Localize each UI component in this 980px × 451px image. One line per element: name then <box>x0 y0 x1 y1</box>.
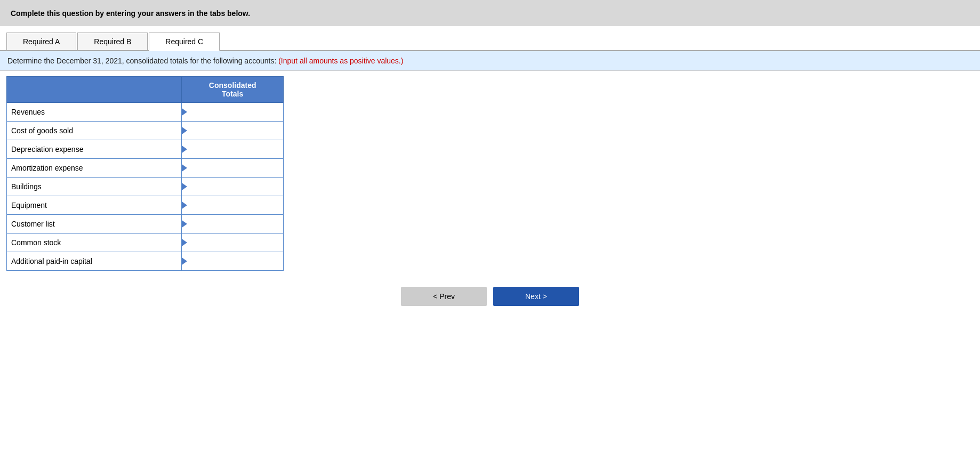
row-label: Common stock <box>7 233 182 252</box>
row-input-cell[interactable] <box>182 233 284 252</box>
consolidated-total-input[interactable] <box>182 159 283 177</box>
table-row: Common stock <box>7 233 284 252</box>
input-arrow-icon <box>182 164 187 172</box>
row-input-cell[interactable] <box>182 159 284 178</box>
row-label: Revenues <box>7 103 182 122</box>
row-label: Customer list <box>7 215 182 233</box>
consolidated-totals-table: ConsolidatedTotals RevenuesCost of goods… <box>6 76 284 271</box>
table-row: Additional paid-in capital <box>7 252 284 271</box>
table-wrapper: ConsolidatedTotals RevenuesCost of goods… <box>0 71 980 276</box>
input-arrow-icon <box>182 257 187 265</box>
row-label: Buildings <box>7 178 182 196</box>
row-label: Amortization expense <box>7 159 182 178</box>
consolidated-total-input[interactable] <box>182 178 283 196</box>
row-label: Additional paid-in capital <box>7 252 182 271</box>
table-row: Cost of goods sold <box>7 122 284 140</box>
table-row: Equipment <box>7 196 284 215</box>
row-label: Cost of goods sold <box>7 122 182 140</box>
row-input-cell[interactable] <box>182 252 284 271</box>
input-arrow-icon <box>182 183 187 190</box>
row-input-cell[interactable] <box>182 122 284 140</box>
row-input-cell[interactable] <box>182 103 284 122</box>
consolidated-total-input[interactable] <box>182 215 283 233</box>
table-row: Depreciation expense <box>7 140 284 159</box>
description-bar: Determine the December 31, 2021, consoli… <box>0 51 980 71</box>
row-input-cell[interactable] <box>182 215 284 233</box>
tabs-container: Required A Required B Required C <box>0 26 980 51</box>
table-row: Amortization expense <box>7 159 284 178</box>
consolidated-total-input[interactable] <box>182 196 283 214</box>
row-input-cell[interactable] <box>182 178 284 196</box>
row-label: Depreciation expense <box>7 140 182 159</box>
table-row: Buildings <box>7 178 284 196</box>
table-row: Customer list <box>7 215 284 233</box>
tab-required-a[interactable]: Required A <box>6 33 76 50</box>
table-row: Revenues <box>7 103 284 122</box>
row-input-cell[interactable] <box>182 196 284 215</box>
consolidated-total-input[interactable] <box>182 140 283 158</box>
consolidated-total-input[interactable] <box>182 122 283 140</box>
consolidated-total-input[interactable] <box>182 252 283 270</box>
input-arrow-icon <box>182 202 187 209</box>
prev-button[interactable]: < Prev <box>401 287 487 306</box>
row-input-cell[interactable] <box>182 140 284 159</box>
bottom-buttons: < Prev Next > <box>0 276 980 317</box>
input-arrow-icon <box>182 127 187 134</box>
tab-required-b[interactable]: Required B <box>77 33 148 50</box>
instruction-bar: Complete this question by entering your … <box>0 0 980 26</box>
table-header-label <box>7 77 182 103</box>
consolidated-total-input[interactable] <box>182 233 283 252</box>
description-static: Determine the December 31, 2021, consoli… <box>7 57 278 65</box>
input-arrow-icon <box>182 239 187 246</box>
input-arrow-icon <box>182 146 187 153</box>
input-arrow-icon <box>182 220 187 228</box>
tab-required-c[interactable]: Required C <box>149 33 220 51</box>
instruction-text: Complete this question by entering your … <box>11 9 250 18</box>
table-header-consolidated-totals: ConsolidatedTotals <box>182 77 284 103</box>
description-note: (Input all amounts as positive values.) <box>278 57 403 65</box>
next-button[interactable]: Next > <box>493 287 579 306</box>
input-arrow-icon <box>182 108 187 116</box>
row-label: Equipment <box>7 196 182 215</box>
consolidated-total-input[interactable] <box>182 103 283 121</box>
